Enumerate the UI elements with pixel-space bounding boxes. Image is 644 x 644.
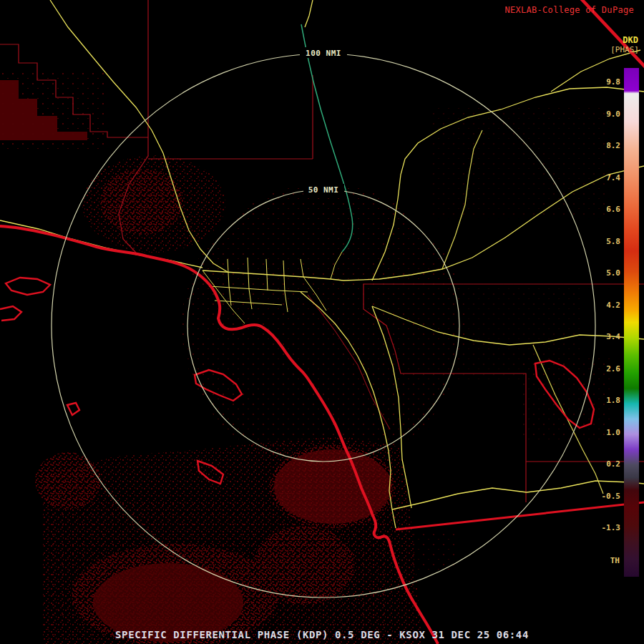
colorbar (624, 68, 639, 577)
scale-tick: 3.4 (606, 333, 620, 341)
product-caption: SPECIFIC DIFFERENTIAL PHASE (KDP) 0.5 DE… (115, 629, 529, 640)
scale-tick: 1.8 (606, 396, 620, 405)
brand-text: NEXLAB-College of DuPage (504, 5, 634, 15)
echo-region (254, 526, 354, 605)
highway-segment (305, 0, 313, 27)
echo-region (100, 169, 183, 235)
radar-map: 100 NMI 50 NMI (0, 0, 644, 644)
scale-tick: 7.4 (606, 174, 620, 182)
county-line (148, 75, 313, 159)
threshold-label: TH (610, 556, 620, 565)
scale-tick: 2.6 (606, 365, 620, 374)
echo-region (0, 70, 107, 150)
island-anacapa (6, 278, 50, 295)
scale-tick: 8.2 (606, 142, 620, 150)
radar-display: 100 NMI 50 NMI NEXLAB-College of DuPage … (0, 0, 644, 644)
scale-tick: -0.5 (602, 492, 621, 501)
ring-label-100: 100 NMI (306, 49, 341, 58)
scale-tick: 1.0 (606, 429, 620, 437)
scale-tick: 5.8 (606, 238, 620, 246)
product-id-label: DKD (623, 35, 638, 45)
product-tag-label: [PHAS] (610, 45, 639, 54)
scale-tick: 9.0 (606, 110, 620, 119)
echo-region (175, 470, 297, 539)
scale-tick: 4.2 (606, 301, 620, 310)
radar-echo-layer (0, 70, 612, 644)
ring-label-50: 50 NMI (308, 185, 339, 195)
echo-region (429, 107, 608, 215)
scale-tick: 6.6 (606, 205, 620, 214)
echo-region (411, 530, 454, 572)
echo-region (35, 452, 101, 509)
echo-region (182, 184, 465, 467)
island-santa-barbara (67, 403, 79, 415)
scale-tick: -1.3 (602, 524, 621, 532)
scale-tick: 0.2 (606, 460, 620, 469)
scale-tick: 9.8 (606, 78, 620, 87)
island-small (0, 306, 21, 321)
scale-tick: 5.0 (606, 269, 620, 278)
